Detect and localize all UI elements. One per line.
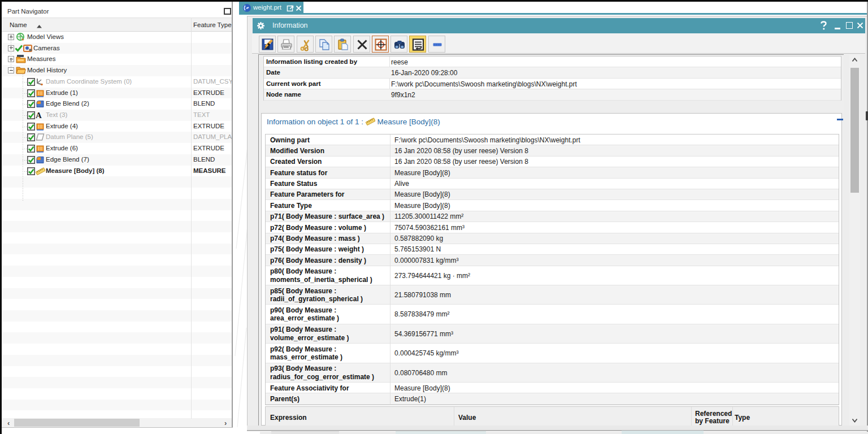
- svg-text:A: A: [36, 111, 42, 119]
